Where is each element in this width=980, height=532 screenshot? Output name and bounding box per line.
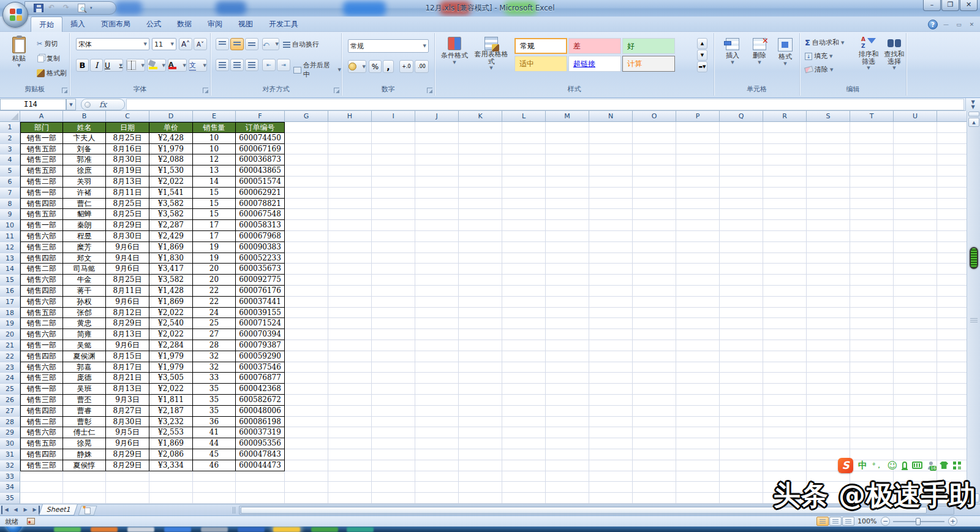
cell-R5[interactable] bbox=[763, 165, 807, 177]
cell-A32[interactable]: 销售三部 bbox=[20, 460, 63, 471]
cell-O19[interactable] bbox=[633, 318, 676, 329]
cell-C5[interactable]: 8月19日 bbox=[106, 165, 149, 177]
cell-A26[interactable]: 销售三部 bbox=[20, 395, 63, 406]
cell-A15[interactable]: 销售六部 bbox=[20, 275, 63, 286]
cell-P6[interactable] bbox=[676, 177, 720, 188]
decrease-indent-button[interactable]: ⇤ bbox=[262, 59, 276, 71]
cell-L16[interactable] bbox=[502, 286, 546, 297]
cell-B4[interactable]: 郭准 bbox=[63, 154, 106, 165]
cell-I5[interactable] bbox=[372, 165, 415, 177]
cell-H21[interactable] bbox=[328, 340, 372, 351]
cell-filler[interactable] bbox=[937, 177, 967, 188]
cell-A1[interactable]: 部门 bbox=[20, 122, 63, 133]
tab-页面布局[interactable]: 页面布局 bbox=[93, 17, 138, 32]
sort-filter-button[interactable]: AZ 排序和筛选▼ bbox=[856, 37, 881, 70]
cell-F9[interactable]: 600067548 bbox=[236, 209, 285, 220]
cell-Q24[interactable] bbox=[720, 373, 763, 384]
align-top-button[interactable] bbox=[216, 38, 229, 50]
punctuation-icon[interactable]: °， bbox=[872, 461, 883, 470]
cell-G32[interactable] bbox=[285, 460, 328, 471]
cell-M3[interactable] bbox=[546, 144, 589, 155]
cell-F18[interactable]: 600039155 bbox=[236, 308, 285, 319]
decrease-decimal-button[interactable]: .00 bbox=[415, 60, 429, 73]
cell-U30[interactable] bbox=[894, 438, 937, 449]
cell-O32[interactable] bbox=[633, 460, 676, 471]
cell-U13[interactable] bbox=[894, 253, 937, 264]
cell-B28[interactable]: 曹彰 bbox=[63, 417, 106, 428]
cell-H30[interactable] bbox=[328, 438, 372, 449]
cell-G6[interactable] bbox=[285, 177, 328, 188]
cell-M10[interactable] bbox=[546, 220, 589, 231]
cell-O1[interactable] bbox=[633, 122, 676, 133]
number-format-select[interactable]: 常规▼ bbox=[348, 39, 429, 53]
cell-U21[interactable] bbox=[894, 340, 937, 351]
cell-filler[interactable] bbox=[937, 417, 967, 428]
cell-B29[interactable]: 傅士仁 bbox=[63, 427, 106, 438]
font-dialog-launcher-icon[interactable] bbox=[203, 88, 208, 93]
cell-L12[interactable] bbox=[502, 242, 546, 253]
cell-G7[interactable] bbox=[285, 188, 328, 199]
cell-T22[interactable] bbox=[850, 351, 894, 362]
cell-I2[interactable] bbox=[372, 133, 415, 144]
cell-C35[interactable] bbox=[106, 493, 149, 504]
cell-H3[interactable] bbox=[328, 144, 372, 155]
office-button[interactable] bbox=[2, 2, 28, 28]
cell-D15[interactable]: ¥3,582 bbox=[149, 275, 193, 286]
cell-Q14[interactable] bbox=[720, 264, 763, 275]
cell-L28[interactable] bbox=[502, 417, 546, 428]
cell-R23[interactable] bbox=[763, 362, 807, 373]
clipboard-dialog-launcher-icon[interactable] bbox=[62, 88, 67, 93]
scroll-up-icon[interactable]: ▲ bbox=[968, 118, 979, 127]
cell-H5[interactable] bbox=[328, 165, 372, 177]
cell-R6[interactable] bbox=[763, 177, 807, 188]
cell-L2[interactable] bbox=[502, 133, 546, 144]
cell-style-超链接[interactable]: 超链接 bbox=[568, 56, 621, 72]
cell-D35[interactable] bbox=[149, 493, 193, 504]
cell-K4[interactable] bbox=[459, 154, 502, 165]
cell-D30[interactable]: ¥1,869 bbox=[149, 438, 193, 449]
cell-U12[interactable] bbox=[894, 242, 937, 253]
cell-R1[interactable] bbox=[763, 122, 807, 133]
cell-E31[interactable]: 45 bbox=[193, 449, 236, 460]
cell-I22[interactable] bbox=[372, 351, 415, 362]
borders-button[interactable]: ▼ bbox=[126, 59, 145, 72]
cell-I19[interactable] bbox=[372, 318, 415, 329]
cell-A2[interactable]: 销售一部 bbox=[20, 133, 63, 144]
macro-record-icon[interactable] bbox=[27, 518, 35, 525]
cell-S11[interactable] bbox=[807, 231, 850, 242]
cell-P1[interactable] bbox=[676, 122, 720, 133]
cell-I21[interactable] bbox=[372, 340, 415, 351]
cell-A9[interactable]: 销售五部 bbox=[20, 209, 63, 220]
column-header-N[interactable]: N bbox=[589, 111, 633, 122]
cell-filler[interactable] bbox=[937, 264, 967, 275]
cell-filler[interactable] bbox=[937, 329, 967, 340]
cell-S17[interactable] bbox=[807, 297, 850, 308]
cell-F34[interactable] bbox=[236, 482, 285, 493]
cell-G21[interactable] bbox=[285, 340, 328, 351]
cell-U9[interactable] bbox=[894, 209, 937, 220]
cell-N32[interactable] bbox=[589, 460, 633, 471]
cell-P34[interactable] bbox=[676, 482, 720, 493]
cell-F20[interactable]: 600070394 bbox=[236, 329, 285, 340]
cell-Q28[interactable] bbox=[720, 417, 763, 428]
cell-C26[interactable]: 9月3日 bbox=[106, 395, 149, 406]
column-header-U[interactable]: U bbox=[894, 111, 937, 122]
cell-G11[interactable] bbox=[285, 231, 328, 242]
cell-K17[interactable] bbox=[459, 297, 502, 308]
cell-H26[interactable] bbox=[328, 395, 372, 406]
cell-C12[interactable]: 9月6日 bbox=[106, 242, 149, 253]
cell-P9[interactable] bbox=[676, 209, 720, 220]
cell-N5[interactable] bbox=[589, 165, 633, 177]
column-header-K[interactable]: K bbox=[459, 111, 502, 122]
column-header-B[interactable]: B bbox=[63, 111, 106, 122]
cell-U29[interactable] bbox=[894, 427, 937, 438]
cell-Q35[interactable] bbox=[720, 493, 763, 504]
cell-P14[interactable] bbox=[676, 264, 720, 275]
cell-J33[interactable] bbox=[415, 471, 459, 482]
cell-G4[interactable] bbox=[285, 154, 328, 165]
zoom-out-icon[interactable]: − bbox=[881, 517, 890, 526]
cell-A19[interactable]: 销售二部 bbox=[20, 318, 63, 329]
cell-G19[interactable] bbox=[285, 318, 328, 329]
cell-B21[interactable]: 吴懿 bbox=[63, 340, 106, 351]
merge-center-button[interactable]: 合并后居中▼ bbox=[293, 61, 341, 79]
